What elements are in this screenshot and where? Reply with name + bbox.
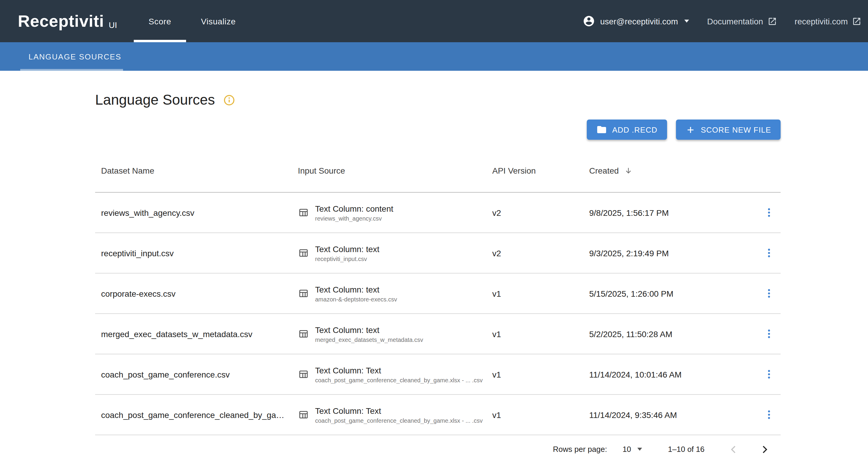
pagination-range: 1–10 of 16: [668, 445, 705, 454]
score-new-file-label: SCORE NEW FILE: [701, 125, 771, 134]
page-actions: ADD .RECD SCORE NEW FILE: [95, 120, 781, 140]
tab-score[interactable]: Score: [134, 0, 186, 42]
chevron-right-icon: [758, 442, 771, 456]
rows-per-page-value: 10: [622, 445, 631, 454]
input-source-cell: Text Column: text merged_exec_datasets_w…: [298, 325, 492, 343]
top-nav-bar: Receptiviti UI Score Visualize user@rece…: [0, 0, 868, 42]
api-version: v1: [492, 289, 589, 298]
table-row: receptiviti_input.csv Text Column: text …: [95, 233, 781, 274]
table-row: reviews_with_agency.csv Text Column: con…: [95, 193, 781, 233]
row-menu-button[interactable]: [761, 407, 777, 423]
row-menu-button[interactable]: [761, 326, 777, 342]
created-timestamp: 5/2/2025, 11:50:28 AM: [589, 329, 691, 339]
input-source-filename: merged_exec_datasets_w_metadata.csv: [315, 336, 423, 343]
sub-nav-bar: LANGUAGE SOURCES: [0, 42, 868, 71]
chevron-down-icon: [637, 448, 642, 451]
input-source-cell: Text Column: Text coach_post_game_confer…: [298, 406, 492, 424]
input-source-filename: receptiviti_input.csv: [315, 255, 379, 262]
folder-icon: [596, 124, 607, 135]
rows-per-page-label: Rows per page:: [553, 445, 607, 454]
logo[interactable]: Receptiviti UI: [18, 0, 117, 42]
score-new-file-button[interactable]: SCORE NEW FILE: [676, 120, 781, 140]
app-window: Receptiviti UI Score Visualize user@rece…: [0, 0, 868, 459]
dataset-name: receptiviti_input.csv: [95, 248, 298, 258]
input-source-cell: Text Column: text receptiviti_input.csv: [298, 244, 492, 262]
table-row: coach_post_game_conference.csv Text Colu…: [95, 354, 781, 395]
column-header-api-version[interactable]: API Version: [492, 166, 589, 175]
input-source-filename: amazon-&-deptstore-execs.csv: [315, 296, 397, 302]
dataset-name: coach_post_game_conference.csv: [95, 369, 298, 379]
table-grid-icon: [298, 207, 309, 218]
row-menu-button[interactable]: [761, 285, 777, 301]
input-source-main: Text Column: content: [315, 204, 393, 213]
input-source-main: Text Column: Text: [315, 406, 483, 415]
table-row: corporate-execs.csv Text Column: text am…: [95, 274, 781, 314]
created-timestamp: 11/14/2024, 9:35:46 AM: [589, 410, 691, 420]
rows-per-page-select[interactable]: 10: [622, 445, 642, 454]
tab-visualize[interactable]: Visualize: [186, 0, 251, 42]
table-grid-icon: [298, 328, 309, 339]
logo-text: Receptiviti: [18, 11, 104, 31]
open-in-new-icon: [852, 17, 862, 26]
input-source-filename: coach_post_game_conference_cleaned_by_ga…: [315, 417, 483, 424]
input-source-cell: Text Column: text amazon-&-deptstore-exe…: [298, 284, 492, 302]
user-email: user@receptiviti.com: [600, 17, 678, 26]
row-menu-button[interactable]: [761, 366, 777, 382]
receptiviti-site-link[interactable]: receptiviti.com: [795, 17, 862, 26]
input-source-main: Text Column: Text: [315, 365, 483, 375]
add-recd-button[interactable]: ADD .RECD: [587, 120, 667, 140]
input-source-main: Text Column: text: [315, 284, 397, 294]
input-source-main: Text Column: text: [315, 244, 379, 253]
column-header-input-source[interactable]: Input Source: [298, 166, 492, 175]
chevron-left-icon: [727, 442, 740, 456]
table-header: Dataset Name Input Source API Version Cr…: [95, 149, 781, 193]
created-timestamp: 9/3/2025, 2:19:49 PM: [589, 248, 691, 258]
input-source-filename: coach_post_game_conference_cleaned_by_ga…: [315, 377, 483, 383]
table-row: coach_post_game_conference_cleaned_by_ga…: [95, 395, 781, 435]
subnav-item-language-sources[interactable]: LANGUAGE SOURCES: [29, 52, 121, 61]
row-menu-button[interactable]: [761, 245, 777, 261]
table-grid-icon: [298, 409, 309, 420]
site-link-label: receptiviti.com: [795, 17, 848, 26]
table-row: merged_exec_datasets_w_metadata.csv Text…: [95, 314, 781, 354]
dataset-name: merged_exec_datasets_w_metadata.csv: [95, 329, 298, 339]
table-pagination: Rows per page: 10 1–10 of 16: [95, 435, 781, 459]
column-header-created[interactable]: Created: [589, 166, 757, 175]
column-header-dataset-name[interactable]: Dataset Name: [95, 166, 298, 175]
api-version: v2: [492, 248, 589, 258]
previous-page-button[interactable]: [726, 441, 741, 457]
subnav-active-indicator: [20, 69, 123, 71]
table-grid-icon: [298, 247, 309, 258]
user-menu[interactable]: user@receptiviti.com: [583, 15, 689, 27]
info-icon[interactable]: [223, 94, 235, 106]
dataset-name: coach_post_game_conference_cleaned_by_ga…: [95, 410, 298, 420]
sort-desc-arrow-icon[interactable]: [624, 166, 633, 175]
api-version: v1: [492, 369, 589, 379]
open-in-new-icon: [767, 17, 777, 26]
dataset-name: reviews_with_agency.csv: [95, 208, 298, 217]
api-version: v1: [492, 329, 589, 339]
next-page-button[interactable]: [757, 441, 772, 457]
main-content: Language Sources ADD .RECD SCORE NEW FIL…: [95, 92, 781, 459]
input-source-main: Text Column: text: [315, 325, 423, 334]
topbar-right: user@receptiviti.com Documentation recep…: [583, 0, 862, 42]
api-version: v1: [492, 410, 589, 420]
chevron-down-icon: [685, 20, 689, 23]
account-circle-icon: [583, 15, 595, 27]
table-grid-icon: [298, 369, 309, 380]
row-menu-button[interactable]: [761, 205, 777, 221]
created-timestamp: 9/8/2025, 1:56:17 PM: [589, 208, 691, 217]
main-nav-tabs: Score Visualize: [134, 0, 251, 42]
logo-suffix: UI: [109, 20, 117, 29]
documentation-link-label: Documentation: [707, 17, 763, 26]
documentation-link[interactable]: Documentation: [707, 17, 777, 26]
dataset-name: corporate-execs.csv: [95, 289, 298, 298]
input-source-filename: reviews_with_agency.csv: [315, 215, 393, 221]
input-source-cell: Text Column: content reviews_with_agency…: [298, 204, 492, 221]
api-version: v2: [492, 208, 589, 217]
created-timestamp: 5/15/2025, 1:26:00 PM: [589, 289, 691, 298]
created-timestamp: 11/14/2024, 10:01:46 AM: [589, 369, 691, 379]
plus-icon: [685, 125, 695, 135]
page-title: Language Sources: [95, 92, 215, 108]
column-header-created-label: Created: [589, 166, 619, 175]
